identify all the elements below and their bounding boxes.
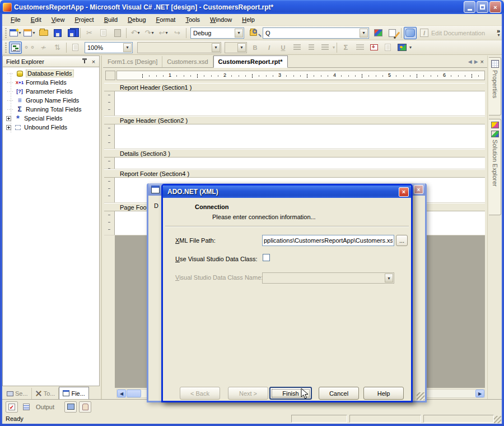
- menu-file[interactable]: File: [6, 15, 26, 24]
- toggle-field-view-button[interactable]: [9, 41, 22, 54]
- menu-format[interactable]: Format: [151, 15, 181, 24]
- background-dialog-resize-grip[interactable]: [417, 392, 424, 400]
- find-in-files-icon[interactable]: [247, 27, 260, 39]
- tab-server-explorer[interactable]: Se...: [3, 388, 32, 399]
- back-button[interactable]: < Back: [180, 387, 220, 400]
- tree-item-running-total-fields[interactable]: Σ Running Total Fields: [3, 105, 99, 114]
- save-button[interactable]: [51, 27, 64, 39]
- tree-item-group-name-fields[interactable]: ≡ Group Name Fields: [3, 96, 99, 105]
- font-size-combo[interactable]: ▾: [225, 42, 247, 53]
- intellisense-button[interactable]: [404, 27, 417, 39]
- tree-item-database-fields[interactable]: Database Fields: [3, 69, 99, 78]
- tab-customers-xsd[interactable]: Customers.xsd: [162, 56, 213, 67]
- menu-view[interactable]: View: [46, 15, 70, 24]
- report-style-button[interactable]: [69, 41, 82, 54]
- vs-data-class-name-combo[interactable]: ▾: [262, 272, 394, 284]
- solution-configuration-combo[interactable]: Debug▾: [190, 27, 244, 39]
- task-list-button[interactable]: ✓: [6, 401, 18, 413]
- group-sort-button[interactable]: ≁: [37, 41, 50, 54]
- find-symbol-results-button[interactable]: [64, 401, 77, 413]
- save-all-button[interactable]: [65, 27, 78, 39]
- find-combo[interactable]: Q▾: [263, 27, 369, 39]
- expand-plus-icon[interactable]: [6, 125, 11, 130]
- scrollbar-thumb[interactable]: [127, 390, 141, 397]
- italic-button[interactable]: I: [263, 41, 276, 54]
- section-body-page-header[interactable]: [104, 124, 485, 149]
- font-name-combo[interactable]: ▾: [137, 42, 221, 53]
- background-dialog-close-button[interactable]: ×: [414, 185, 423, 194]
- navigate-backward-button[interactable]: ↩▾: [157, 27, 170, 39]
- cut-button[interactable]: ✂: [83, 27, 96, 39]
- use-vs-data-class-checkbox[interactable]: [263, 254, 270, 261]
- pin-icon[interactable]: [81, 58, 88, 66]
- minimize-button[interactable]: [464, 1, 475, 13]
- document-close-icon[interactable]: ×: [480, 58, 484, 65]
- insert-dropdown[interactable]: ▾: [409, 45, 412, 50]
- expand-plus-icon[interactable]: [6, 116, 11, 121]
- tab-toolbox[interactable]: To...: [32, 388, 59, 399]
- cancel-button[interactable]: Cancel: [319, 387, 359, 400]
- menu-tools[interactable]: Tools: [180, 15, 205, 24]
- next-button[interactable]: Next >: [228, 387, 268, 400]
- edit-documentation-icon[interactable]: I: [418, 27, 431, 39]
- insert-chart-button[interactable]: [381, 41, 394, 54]
- panel-close-icon[interactable]: ×: [90, 58, 97, 66]
- tab-scroll-left-icon[interactable]: ◀: [468, 59, 472, 64]
- title-bar[interactable]: CustomersReportApp - Microsoft Visual C#…: [0, 0, 504, 14]
- section-body-report-header[interactable]: [104, 91, 485, 116]
- section-body-details[interactable]: [104, 158, 485, 169]
- tree-item-formula-fields[interactable]: X+1 Formula Fields: [3, 78, 99, 87]
- resize-grip[interactable]: [494, 416, 501, 423]
- insert-group-button[interactable]: [353, 41, 366, 54]
- zoom-combo[interactable]: 100%▾: [85, 42, 133, 53]
- toolbar-overflow-chevron[interactable]: »▾: [497, 29, 502, 37]
- align-dropdown[interactable]: ▾: [333, 45, 335, 50]
- toolbar-grip[interactable]: [5, 43, 7, 53]
- paste-button[interactable]: [111, 27, 124, 39]
- navigate-forward-button[interactable]: ↪: [171, 27, 184, 39]
- redo-button[interactable]: ↷▾: [143, 27, 156, 39]
- menu-build[interactable]: Build: [99, 15, 123, 24]
- dialog-close-button[interactable]: ×: [399, 187, 409, 197]
- align-left-button[interactable]: [291, 41, 304, 54]
- menu-debug[interactable]: Debug: [123, 15, 151, 24]
- tree-item-parameter-fields[interactable]: [?] Parameter Fields: [3, 87, 99, 96]
- dialog-titlebar[interactable]: ADO.NET (XML) ×: [163, 186, 411, 198]
- copy-button[interactable]: [97, 27, 110, 39]
- insert-picture-button[interactable]: [395, 41, 408, 54]
- solution-colors-icon-button[interactable]: [372, 27, 385, 39]
- xml-file-path-input[interactable]: [262, 235, 394, 246]
- tab-customers-report[interactable]: CustomersReport.rpt*: [213, 55, 288, 68]
- section-bar-details[interactable]: Details (Section3 ): [104, 149, 485, 158]
- scroll-left-button[interactable]: ◀: [117, 390, 126, 397]
- new-project-button[interactable]: ▾: [9, 27, 22, 39]
- comment-web-pages-button[interactable]: [386, 27, 399, 39]
- insert-field-button[interactable]: [367, 41, 380, 54]
- menu-window[interactable]: Window: [205, 15, 237, 24]
- breakpoints-button[interactable]: [79, 401, 91, 413]
- sort-button[interactable]: ⚬⚬: [23, 41, 36, 54]
- output-window-button[interactable]: [20, 401, 32, 413]
- undo-button[interactable]: ↶▾: [129, 27, 142, 39]
- tab-solution-explorer[interactable]: Solution Explorer: [489, 119, 501, 215]
- section-bar-page-header[interactable]: Page Header (Section2 ): [104, 116, 485, 124]
- tab-form1-design[interactable]: Form1.cs [Design]: [103, 56, 162, 67]
- align-right-button[interactable]: [319, 41, 332, 54]
- insert-summary-button[interactable]: Σ: [339, 41, 352, 54]
- underline-button[interactable]: U: [277, 41, 290, 54]
- tab-properties[interactable]: Properties: [489, 57, 501, 115]
- section-bar-report-header[interactable]: Report Header (Section1 ): [104, 83, 485, 91]
- scroll-right-button[interactable]: ▶: [475, 390, 484, 397]
- maximize-button[interactable]: [477, 1, 488, 13]
- tab-field-explorer[interactable]: Fie...: [59, 387, 88, 399]
- tree-item-special-fields[interactable]: * Special Fields: [3, 114, 99, 123]
- add-new-item-button[interactable]: ▾: [23, 27, 36, 39]
- window-close-button[interactable]: ×: [489, 1, 501, 13]
- bold-button[interactable]: B: [249, 41, 262, 54]
- open-file-button[interactable]: [37, 27, 50, 39]
- section-bar-report-footer[interactable]: Report Footer (Section4 ): [104, 169, 485, 178]
- toolbar-grip[interactable]: [5, 28, 7, 38]
- menu-help[interactable]: Help: [237, 15, 260, 24]
- tree-item-unbound-fields[interactable]: Unbound Fields: [3, 123, 99, 132]
- browse-button[interactable]: ...: [396, 235, 408, 246]
